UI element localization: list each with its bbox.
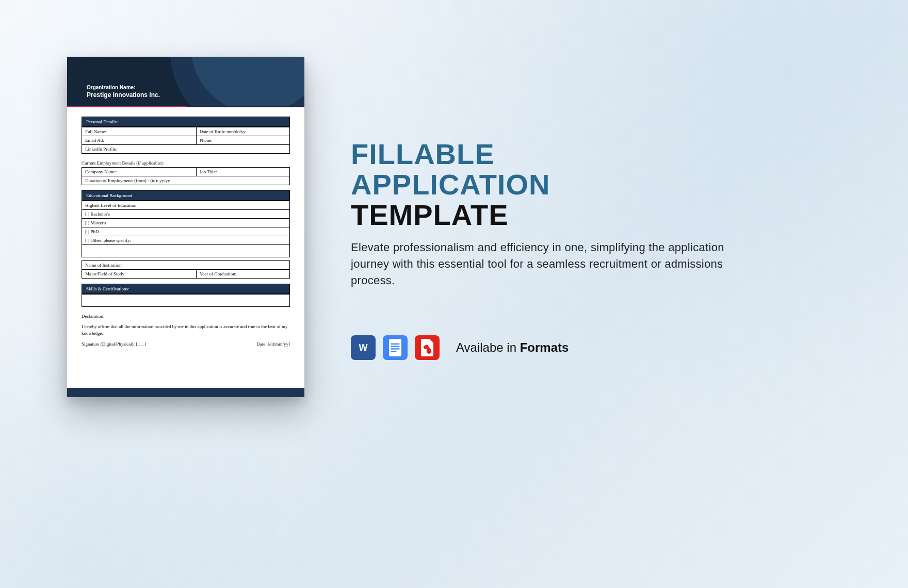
field-institution: Name of Institution: [82,261,290,270]
employment-table: Company Name: Job Title: Duration of Emp… [82,167,290,185]
education-details-table: Name of Institution: Major/Field of Stud… [82,260,290,279]
field-job-title: Job Title: [196,168,289,176]
skills-table [82,294,290,307]
section-header-skills: Skills & Certifications: [82,284,290,294]
promo-title: FILLABLE APPLICATION TEMPLATE [351,139,764,230]
svg-rect-1 [391,344,400,345]
declaration-label: Declaration: [82,312,290,320]
edu-option-phd: [ ] PhD [82,227,290,236]
field-highest-edu: Highest Level of Education: [82,201,290,210]
title-line-1: FILLABLE [351,139,764,170]
formats-label: Availabe in Formats [456,340,569,355]
field-company: Company Name: [82,168,197,176]
section-header-education: Educational Background: [82,190,290,201]
doc-header: Organization Name: Prestige Innovations … [67,57,304,106]
declaration-text: I hereby affirm that all the information… [82,323,290,336]
field-full-name: Full Name: [82,127,197,136]
field-grad-year: Year of Graduation: [196,270,289,279]
doc-footer-bar [67,388,304,397]
education-table: Highest Level of Education: [ ] Bachelor… [82,201,290,257]
personal-table: Full Name: Date of Birth: mm/dd/yy Email… [82,127,290,154]
promo-description: Elevate professionalism and efficiency i… [351,239,743,289]
field-duration: Duration of Employment: (from) - (to): y… [82,176,290,185]
signature-field: Signature (Digital/Physical): [___] [82,341,146,347]
field-phone: Phone: [196,136,289,145]
section-header-personal: Personal Details: [82,117,290,127]
org-label: Organization Name: [87,85,160,90]
org-name: Prestige Innovations Inc. [87,91,160,99]
field-dob: Date of Birth: mm/dd/yy [196,127,289,136]
edu-blank-row [82,245,290,257]
promo-panel: FILLABLE APPLICATION TEMPLATE Elevate pr… [351,139,764,360]
document-preview: Organization Name: Prestige Innovations … [67,57,304,397]
svg-rect-3 [391,348,400,349]
title-line-2: APPLICATION [351,170,764,200]
skills-blank-row [82,295,290,307]
field-linkedin: LinkedIn Profile: [82,145,290,154]
google-docs-icon [383,335,408,360]
formats-prefix: Availabe in [456,340,520,354]
edu-option-other: [ ] Other: please specify: [82,236,290,245]
edu-option-master: [ ] Master's [82,219,290,227]
date-field: Date: [dd/mm/yy] [256,341,290,347]
svg-rect-2 [391,346,400,347]
word-icon: W [351,335,376,360]
field-email: Email Ad: [82,136,197,145]
field-major: Major/Field of Study: [82,270,197,279]
title-line-3: TEMPLATE [351,200,764,231]
pdf-icon [415,335,440,360]
formats-row: W Availabe in Formats [351,335,764,360]
formats-bold: Formats [520,340,569,354]
svg-rect-4 [391,351,397,352]
svg-rect-0 [389,339,401,356]
employment-intro: Current Employment Details (if applicabl… [82,159,290,167]
edu-option-bachelor: [ ] Bachelor's [82,210,290,219]
